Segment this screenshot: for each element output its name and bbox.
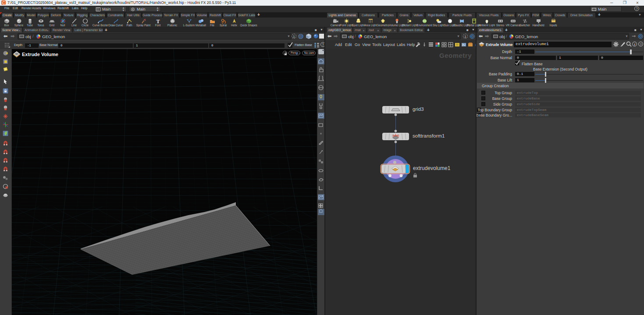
svg-text:(•: (• <box>475 42 476 47</box>
svg-text:T: T <box>156 18 160 24</box>
